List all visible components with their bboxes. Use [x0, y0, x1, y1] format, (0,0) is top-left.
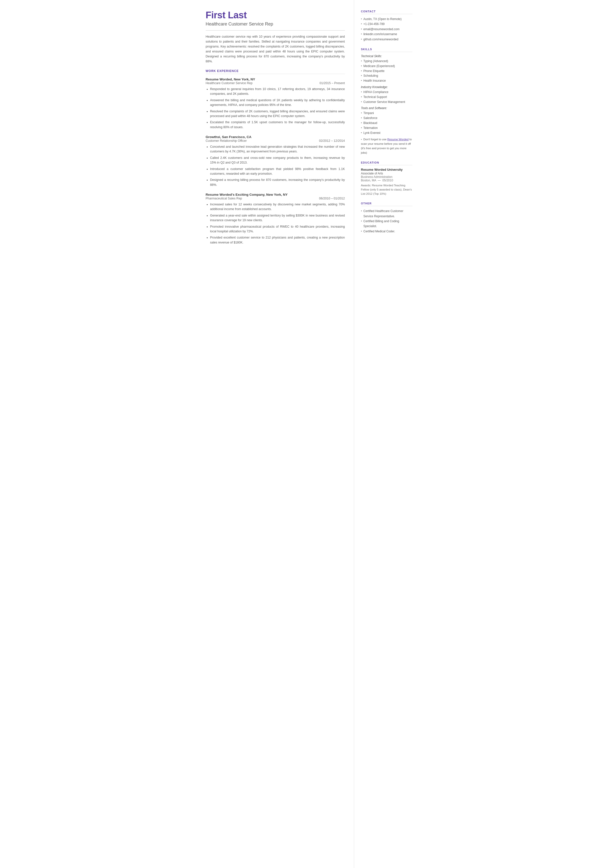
- edu-field: Business Administration: [361, 175, 412, 179]
- tool-2: Blackbaud: [361, 121, 412, 126]
- job-role-2: Customer Relationship Officer: [206, 139, 247, 143]
- job-block-1: Resume Worded, New York, NY Healthcare C…: [206, 78, 345, 130]
- education-heading: EDUCATION: [361, 161, 412, 165]
- bullet-3-4: Provided excellent customer service to 2…: [210, 235, 345, 245]
- edu-location-date: Boston, MA — 05/2010: [361, 179, 412, 182]
- tech-skill-1: Medicare (Experienced): [361, 64, 412, 69]
- job-dates-3: 06/2010 – 01/2012: [319, 197, 345, 200]
- tool-1: Salesforce: [361, 116, 412, 121]
- left-column: First Last Healthcare Customer Service R…: [196, 0, 354, 868]
- job-block-2: Growthsi, San Francisco, CA Customer Rel…: [206, 135, 345, 187]
- bullet-promo: • Don't forget to use Resume Worded to s…: [361, 138, 412, 154]
- other-list: Certified Healthcare Customer Service Re…: [361, 209, 412, 234]
- contact-item-0: Austin, TX (Open to Remote): [361, 17, 412, 22]
- edu-awards: Awards: Resume Worded Teaching Fellow (o…: [361, 183, 412, 196]
- tech-skill-0: Typing (Advanced): [361, 59, 412, 64]
- other-heading: OTHER: [361, 202, 412, 206]
- job-company-2: Growthsi, San Francisco, CA: [206, 135, 345, 139]
- tool-4: Lynk Everest: [361, 130, 412, 136]
- job-bullets-1: Responded to general inquiries from 10 c…: [206, 87, 345, 130]
- candidate-name: First Last: [206, 10, 345, 20]
- contact-item-2: email@resumeworded.com: [361, 27, 412, 32]
- job-dates-1: 01/2015 – Present: [319, 81, 345, 85]
- job-bullets-3: Increased sales for 12 weeks consecutive…: [206, 202, 345, 245]
- job-block-3: Resume Worded's Exciting Company, New Yo…: [206, 193, 345, 245]
- job-dates-2: 02/2012 – 12/2014: [319, 139, 345, 143]
- contact-item-4: github.com/resumeworded: [361, 37, 412, 42]
- other-item-0: Certified Healthcare Customer Service Re…: [361, 209, 412, 219]
- industry-skill-2: Customer Service Management: [361, 100, 412, 105]
- tech-skill-2: Phone Etiquette: [361, 69, 412, 74]
- bullet-2-2: Called 2.4K customers and cross-sold new…: [210, 156, 345, 165]
- industry-skills-label: Industry Knowledge:: [361, 85, 412, 89]
- bullet-3-3: Promoted innovative pharmaceutical produ…: [210, 224, 345, 234]
- bullet-1-4: Escalated the complaints of 1.5K upset c…: [210, 120, 345, 130]
- candidate-title: Healthcare Customer Service Rep: [206, 22, 345, 31]
- technical-skills-label: Technical Skills:: [361, 54, 412, 58]
- job-bullets-2: Conceived and launched innovative lead g…: [206, 144, 345, 187]
- bullet-1-3: Resolved the complaints of 2K customers,…: [210, 109, 345, 119]
- contact-section: CONTACT Austin, TX (Open to Remote) +1-2…: [361, 10, 412, 42]
- bullet-3-1: Increased sales for 12 weeks consecutive…: [210, 202, 345, 212]
- other-item-1: Certified Billing and Coding Specialist.: [361, 219, 412, 229]
- tools-skills-list: Timpani Salesforce Blackbaud Telemation …: [361, 111, 412, 135]
- industry-skill-0: HIPAA Compliance: [361, 90, 412, 95]
- contact-list: Austin, TX (Open to Remote) +1-234-456-7…: [361, 17, 412, 42]
- promo-text: • Don't forget to use Resume Worded to s…: [361, 137, 412, 155]
- work-experience-heading: WORK EXPERIENCE: [206, 69, 345, 74]
- edu-school: Resume Worded University: [361, 168, 412, 171]
- contact-heading: CONTACT: [361, 10, 412, 14]
- job-header-2: Customer Relationship Officer 02/2012 – …: [206, 139, 345, 143]
- tools-skills-label: Tools and Software:: [361, 106, 412, 110]
- bullet-2-1: Conceived and launched innovative lead g…: [210, 144, 345, 154]
- bullet-3-2: Generated a year-end sale within assigne…: [210, 213, 345, 223]
- contact-item-3: linkedin.com/in/username: [361, 32, 412, 37]
- resume-page: First Last Healthcare Customer Service R…: [196, 0, 419, 868]
- industry-skill-1: Technical Support: [361, 95, 412, 100]
- job-header-3: Pharmaceutical Sales Rep 06/2010 – 01/20…: [206, 197, 345, 200]
- skills-section: SKILLS Technical Skills: Typing (Advance…: [361, 48, 412, 155]
- edu-block: Resume Worded University Associate of Ar…: [361, 168, 412, 196]
- contact-item-1: +1-234-456-789: [361, 22, 412, 26]
- right-column: CONTACT Austin, TX (Open to Remote) +1-2…: [354, 0, 419, 868]
- job-role-3: Pharmaceutical Sales Rep: [206, 197, 242, 200]
- job-role-1: Healthcare Customer Service Rep: [206, 81, 253, 85]
- promo-link[interactable]: Resume Worded: [387, 138, 408, 141]
- education-section: EDUCATION Resume Worded University Assoc…: [361, 161, 412, 196]
- other-item-2: Certified Medical Coder.: [361, 229, 412, 234]
- bullet-2-4: Designed a recurring billing process for…: [210, 178, 345, 187]
- bullet-2-3: Introduced a customer satisfaction progr…: [210, 167, 345, 176]
- bullet-1-1: Responded to general inquiries from 10 c…: [210, 87, 345, 96]
- tech-skill-3: Scheduling: [361, 73, 412, 78]
- industry-skills-list: HIPAA Compliance Technical Support Custo…: [361, 90, 412, 104]
- skills-heading: SKILLS: [361, 48, 412, 52]
- job-company-1: Resume Worded, New York, NY: [206, 78, 345, 81]
- tool-0: Timpani: [361, 111, 412, 116]
- bullet-1-2: Answered the billing and medical questio…: [210, 98, 345, 108]
- other-section: OTHER Certified Healthcare Customer Serv…: [361, 202, 412, 234]
- tech-skill-4: Health Insurance: [361, 78, 412, 83]
- edu-location: Boston, MA: [361, 179, 376, 182]
- technical-skills-list: Typing (Advanced) Medicare (Experienced)…: [361, 59, 412, 83]
- edu-degree: Associate of Arts: [361, 172, 412, 175]
- job-header-1: Healthcare Customer Service Rep 01/2015 …: [206, 81, 345, 85]
- summary-text: Healthcare customer service rep with 10 …: [206, 34, 345, 64]
- job-company-3: Resume Worded's Exciting Company, New Yo…: [206, 193, 345, 196]
- edu-date: 05/2010: [382, 179, 393, 182]
- tool-3: Telemation: [361, 126, 412, 130]
